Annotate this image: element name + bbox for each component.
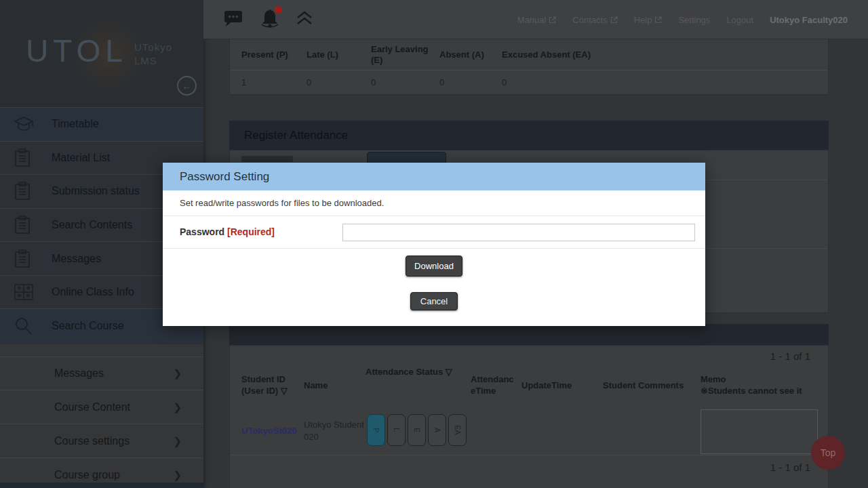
dialog-actions: Download Cancel [163, 249, 705, 326]
dialog-description: Set read/write passwords for files to be… [163, 190, 705, 216]
password-setting-dialog: Password Setting Set read/write password… [163, 163, 705, 326]
password-input[interactable] [342, 224, 695, 241]
dialog-title: Password Setting [180, 170, 269, 184]
download-button[interactable]: Download [406, 256, 462, 277]
required-badge: [Required] [227, 226, 275, 237]
dialog-header: Password Setting [163, 163, 705, 190]
password-label: Password [Required] [180, 226, 275, 237]
page: UTOL UTokyo LMS ← Timetable [0, 0, 868, 488]
cancel-button[interactable]: Cancel [410, 292, 458, 310]
password-form-row: Password [Required] [163, 216, 705, 249]
